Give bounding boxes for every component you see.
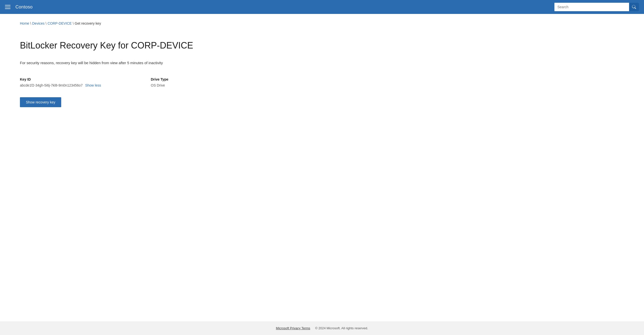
search-button[interactable]	[629, 3, 639, 11]
header-left: Contoso	[5, 4, 32, 10]
copyright-text: © 2024 Microsoft. All rights reserved.	[315, 326, 368, 330]
show-recovery-key-button[interactable]: Show recovery key	[20, 97, 61, 107]
header: Contoso	[0, 0, 644, 14]
drive-type-label: Drive Type	[151, 77, 168, 81]
breadcrumb-device-name[interactable]: CORP-DEVICE	[48, 21, 72, 25]
page-title: BitLocker Recovery Key for CORP-DEVICE	[20, 40, 624, 51]
breadcrumb-separator-2: \	[46, 21, 46, 25]
breadcrumb-home[interactable]: Home	[20, 21, 29, 25]
key-id-label: Key ID	[20, 77, 101, 81]
search-icon	[632, 5, 636, 9]
drive-type-value: OS Drive	[151, 83, 168, 87]
hamburger-menu-icon[interactable]	[5, 5, 10, 9]
key-id-block: Key ID abcde1f2-34gh-5i6j-7kl8-9m0n12345…	[20, 77, 101, 87]
drive-type-block: Drive Type OS Drive	[151, 77, 168, 87]
key-info-section: Key ID abcde1f2-34gh-5i6j-7kl8-9m0n12345…	[20, 77, 624, 87]
description-text: For security reasons, recovery key will …	[20, 61, 624, 65]
brand-name: Contoso	[16, 4, 32, 10]
key-id-value-row: abcde1f2-34gh-5i6j-7kl8-9m0n123456o7 Sho…	[20, 83, 101, 87]
search-input[interactable]	[554, 3, 629, 11]
footer: Microsoft Privacy Terms © 2024 Microsoft…	[0, 321, 644, 335]
main-content: Home \ Devices \ CORP-DEVICE \ Get recov…	[0, 14, 644, 321]
breadcrumb: Home \ Devices \ CORP-DEVICE \ Get recov…	[20, 21, 624, 25]
privacy-terms-link[interactable]: Microsoft Privacy Terms	[276, 326, 310, 330]
breadcrumb-separator-1: \	[30, 21, 31, 25]
show-less-link[interactable]: Show less	[85, 83, 101, 87]
search-container	[554, 3, 639, 11]
key-id-value: abcde1f2-34gh-5i6j-7kl8-9m0n123456o7	[20, 83, 82, 87]
breadcrumb-separator-3: \	[73, 21, 74, 25]
breadcrumb-current: Get recovery key	[75, 21, 101, 25]
breadcrumb-devices[interactable]: Devices	[32, 21, 44, 25]
